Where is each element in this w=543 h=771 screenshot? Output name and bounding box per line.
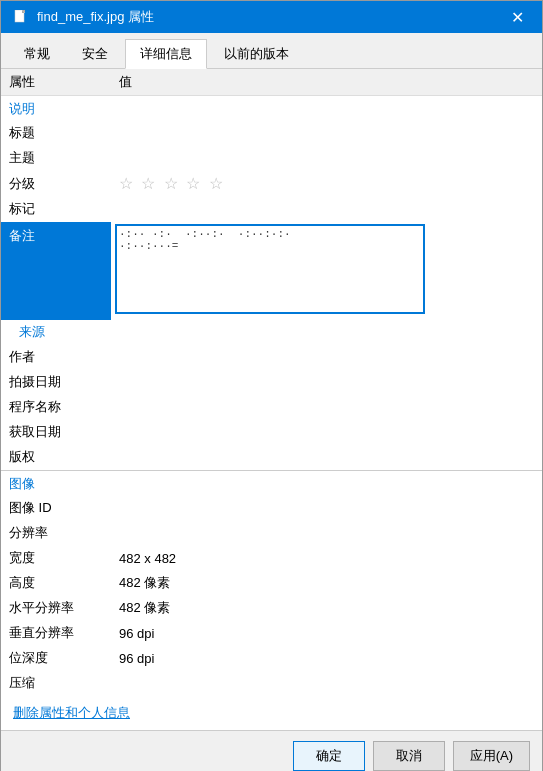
- table-row: 拍摄日期: [1, 370, 542, 395]
- tab-security[interactable]: 安全: [67, 39, 123, 68]
- section-description: 说明: [1, 96, 542, 121]
- program-name-input[interactable]: [119, 400, 534, 415]
- rating-stars[interactable]: ☆ ☆ ☆ ☆ ☆: [119, 175, 225, 192]
- table-row: 标记: [1, 197, 542, 222]
- table-wrapper: 属性 值 说明 标题: [1, 69, 542, 696]
- tags-input[interactable]: [119, 202, 534, 217]
- content-area: 属性 值 说明 标题: [1, 69, 542, 730]
- prop-value[interactable]: [111, 420, 542, 445]
- prop-label: 水平分辨率: [1, 596, 111, 621]
- prop-value: [111, 521, 542, 546]
- prop-value: [111, 320, 542, 345]
- prop-value: 96 dpi: [111, 621, 542, 646]
- close-button[interactable]: ✕: [504, 4, 530, 30]
- tab-previous[interactable]: 以前的版本: [209, 39, 304, 68]
- title-bar: find_me_fix.jpg 属性 ✕: [1, 1, 542, 33]
- ok-button[interactable]: 确定: [293, 741, 365, 771]
- prop-label: 作者: [1, 345, 111, 370]
- prop-value: ☆ ☆ ☆ ☆ ☆: [111, 171, 542, 197]
- title-input[interactable]: [119, 126, 534, 141]
- section-image-label: 图像: [1, 471, 542, 496]
- prop-value: 96 dpi: [111, 646, 542, 671]
- table-row: 图像 ID: [1, 496, 542, 521]
- tab-details[interactable]: 详细信息: [125, 39, 207, 69]
- prop-label: 来源: [1, 320, 111, 345]
- table-scroll[interactable]: 属性 值 说明 标题: [1, 69, 542, 696]
- prop-value[interactable]: [111, 146, 542, 171]
- table-row: 水平分辨率 482 像素: [1, 596, 542, 621]
- col-header-prop: 属性: [1, 69, 111, 96]
- section-description-label: 说明: [1, 96, 542, 121]
- table-row: 位深度 96 dpi: [1, 646, 542, 671]
- table-row: 压缩: [1, 671, 542, 696]
- properties-dialog: find_me_fix.jpg 属性 ✕ 常规 安全 详细信息 以前的版本 属性…: [0, 0, 543, 771]
- table-row: 标题: [1, 121, 542, 146]
- prop-label: 分辨率: [1, 521, 111, 546]
- prop-label: 标记: [1, 197, 111, 222]
- prop-label: 分级: [1, 171, 111, 197]
- table-row: 垂直分辨率 96 dpi: [1, 621, 542, 646]
- prop-label-notes: 备注: [1, 222, 111, 320]
- prop-value: [111, 671, 542, 696]
- prop-label: 主题: [1, 146, 111, 171]
- table-row: 版权: [1, 445, 542, 470]
- table-row: 宽度 482 x 482: [1, 546, 542, 571]
- tabs-bar: 常规 安全 详细信息 以前的版本: [1, 33, 542, 69]
- dialog-title: find_me_fix.jpg 属性: [37, 8, 154, 26]
- prop-label: 程序名称: [1, 395, 111, 420]
- prop-value-notes[interactable]: ·:·· ·:· ·:··:· ·:··:·:· ·:··:···=: [111, 222, 542, 320]
- notes-textarea[interactable]: ·:·· ·:· ·:··:· ·:··:·:· ·:··:···=: [115, 224, 425, 314]
- prop-label: 位深度: [1, 646, 111, 671]
- subject-input[interactable]: [119, 151, 534, 166]
- prop-value: 482 x 482: [111, 546, 542, 571]
- prop-label: 标题: [1, 121, 111, 146]
- table-row: 分级 ☆ ☆ ☆ ☆ ☆: [1, 171, 542, 197]
- table-row: 分辨率: [1, 521, 542, 546]
- table-row: 获取日期: [1, 420, 542, 445]
- table-row: 作者: [1, 345, 542, 370]
- table-row-notes: 备注 ·:·· ·:· ·:··:· ·:··:·:· ·:··:···=: [1, 222, 542, 320]
- properties-table: 属性 值 说明 标题: [1, 69, 542, 696]
- table-row: 主题: [1, 146, 542, 171]
- prop-label: 高度: [1, 571, 111, 596]
- cancel-button[interactable]: 取消: [373, 741, 445, 771]
- tab-general[interactable]: 常规: [9, 39, 65, 68]
- date-acquired-input[interactable]: [119, 425, 534, 440]
- prop-value[interactable]: [111, 370, 542, 395]
- prop-label: 压缩: [1, 671, 111, 696]
- prop-value[interactable]: [111, 345, 542, 370]
- delete-properties-link[interactable]: 删除属性和个人信息: [1, 696, 542, 730]
- dialog-footer: 确定 取消 应用(A): [1, 730, 542, 771]
- prop-label: 图像 ID: [1, 496, 111, 521]
- prop-value: [111, 496, 542, 521]
- copyright-input[interactable]: [119, 450, 534, 465]
- prop-value[interactable]: [111, 395, 542, 420]
- prop-label: 宽度: [1, 546, 111, 571]
- table-row: 来源: [1, 320, 542, 345]
- prop-label: 版权: [1, 445, 111, 470]
- section-image: 图像: [1, 471, 542, 496]
- prop-value[interactable]: [111, 197, 542, 222]
- prop-value: 482 像素: [111, 596, 542, 621]
- prop-label: 获取日期: [1, 420, 111, 445]
- file-icon: [13, 9, 29, 25]
- table-row: 高度 482 像素: [1, 571, 542, 596]
- table-row: 程序名称: [1, 395, 542, 420]
- prop-value[interactable]: [111, 445, 542, 470]
- date-taken-input[interactable]: [119, 375, 534, 390]
- prop-value[interactable]: [111, 121, 542, 146]
- prop-label: 拍摄日期: [1, 370, 111, 395]
- apply-button[interactable]: 应用(A): [453, 741, 530, 771]
- prop-value: 482 像素: [111, 571, 542, 596]
- prop-label: 垂直分辨率: [1, 621, 111, 646]
- author-input[interactable]: [119, 350, 534, 365]
- col-header-val: 值: [111, 69, 542, 96]
